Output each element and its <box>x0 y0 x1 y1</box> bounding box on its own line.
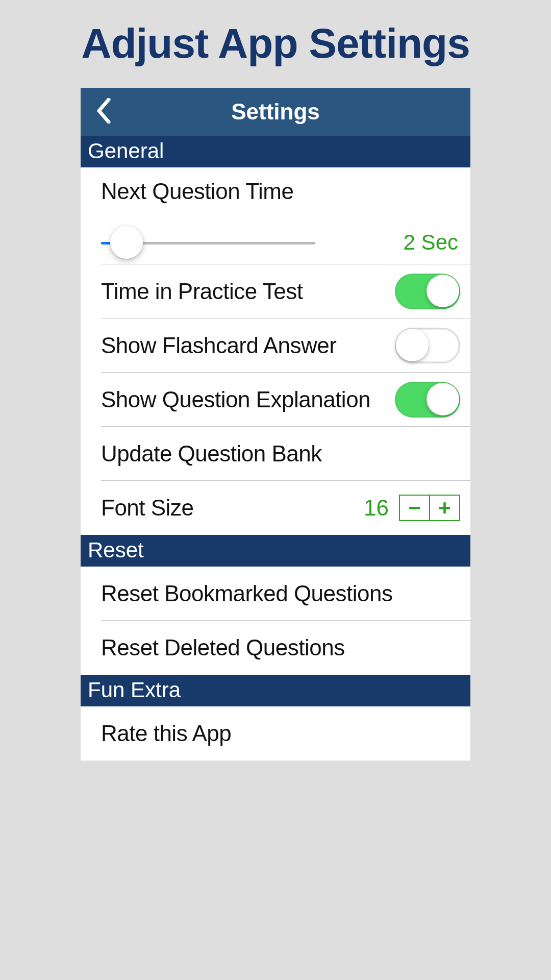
reset-deleted-label: Reset Deleted Questions <box>101 635 345 660</box>
navbar-title: Settings <box>81 99 470 125</box>
section-general: Next Question Time 2 Sec Time in Practic… <box>81 167 470 535</box>
row-show-explain: Show Question Explanation <box>81 373 470 427</box>
section-reset: Reset Bookmarked Questions Reset Deleted… <box>81 567 470 675</box>
rate-app-label: Rate this App <box>101 721 231 746</box>
back-button[interactable] <box>81 88 127 136</box>
toggle-knob <box>427 275 459 307</box>
section-header-fun-extra: Fun Extra <box>81 675 470 706</box>
row-update-bank[interactable]: Update Question Bank <box>81 427 470 481</box>
page-heading: Adjust App Settings <box>0 0 551 88</box>
row-rate-app[interactable]: Rate this App <box>81 706 470 761</box>
reset-bookmarked-label: Reset Bookmarked Questions <box>101 581 393 606</box>
chevron-left-icon <box>96 98 111 126</box>
font-size-increase-button[interactable]: + <box>430 495 460 521</box>
font-size-decrease-button[interactable]: − <box>399 495 430 521</box>
next-question-time-slider[interactable] <box>101 225 315 260</box>
plus-icon: + <box>438 496 451 520</box>
section-header-reset: Reset <box>81 535 470 567</box>
update-bank-label: Update Question Bank <box>101 441 322 467</box>
next-question-time-control: 2 Sec <box>101 220 460 264</box>
font-size-label: Font Size <box>101 495 193 521</box>
row-reset-bookmarked[interactable]: Reset Bookmarked Questions <box>81 567 470 621</box>
minus-icon: − <box>408 496 421 520</box>
row-show-flashcard: Show Flashcard Answer <box>81 318 470 373</box>
font-size-stepper: − + <box>399 495 460 521</box>
settings-card: Settings General Next Question Time 2 Se… <box>81 88 470 761</box>
row-next-question-time: Next Question Time 2 Sec <box>81 167 470 264</box>
row-time-in-practice: Time in Practice Test <box>81 264 470 318</box>
show-explain-label: Show Question Explanation <box>101 387 370 412</box>
navbar: Settings <box>81 88 470 136</box>
row-reset-deleted[interactable]: Reset Deleted Questions <box>81 621 470 675</box>
next-question-time-label: Next Question Time <box>101 179 460 204</box>
toggle-knob <box>396 329 429 361</box>
slider-thumb[interactable] <box>110 226 143 259</box>
show-flashcard-toggle[interactable] <box>395 328 460 363</box>
time-in-practice-label: Time in Practice Test <box>101 279 303 304</box>
next-question-time-value: 2 Sec <box>404 230 458 255</box>
row-font-size: Font Size 16 − + <box>81 481 470 535</box>
show-flashcard-label: Show Flashcard Answer <box>101 333 337 358</box>
show-explain-toggle[interactable] <box>395 382 460 418</box>
time-in-practice-toggle[interactable] <box>395 274 460 309</box>
section-fun-extra: Rate this App <box>81 706 470 761</box>
section-header-general: General <box>81 136 470 167</box>
font-size-value: 16 <box>364 495 389 521</box>
toggle-knob <box>427 383 459 415</box>
